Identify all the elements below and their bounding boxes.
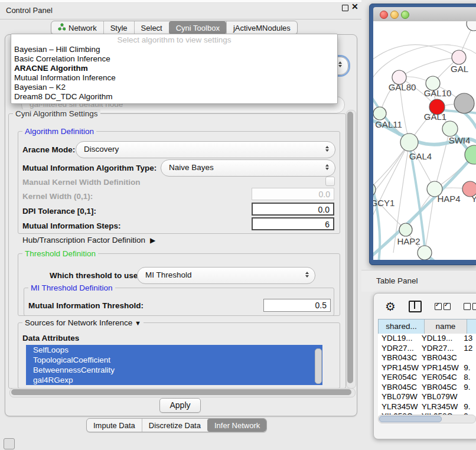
algorithm-option-aracne-algorithm[interactable]: ARACNE Algorithm [11, 64, 337, 73]
cell: YER054C [378, 373, 422, 383]
algorithm-option-bayesian-k2[interactable]: Bayesian – K2 [11, 83, 337, 92]
list-scrollbar-thumb[interactable] [315, 348, 322, 384]
close-traffic-light-icon[interactable] [380, 11, 388, 19]
horizontal-scrollbar-thumb[interactable] [11, 389, 351, 395]
table-row[interactable]: YBR045CYBR045C9. [378, 383, 476, 393]
select-all-columns-icon[interactable] [435, 303, 451, 310]
minimize-traffic-light-icon[interactable] [390, 11, 399, 19]
table-row[interactable]: YDL19...YDL19...13 [378, 334, 476, 344]
table-row[interactable]: YER054CYER054C8. [378, 373, 476, 383]
attribute-item-selfloops[interactable]: SelfLoops [26, 345, 322, 355]
close-icon[interactable]: ✕ [351, 2, 358, 11]
control-panel-tabs: NetworkStyleSelectCyni ToolboxjActiveMNo… [51, 21, 298, 35]
algorithm-option-bayesian-hill-climbing[interactable]: Bayesian – Hill Climbing [11, 45, 337, 54]
tab-cyni-toolbox[interactable]: Cyni Toolbox [169, 21, 226, 34]
cell: YLR345W [378, 402, 422, 412]
attribute-item-betweennesscentrality[interactable]: BetweennessCentrality [26, 365, 322, 375]
mi-steps-label: Mutual Information Steps: [22, 221, 121, 230]
mi-threshold-field[interactable]: 0.5 [263, 299, 331, 312]
cell: YPR145W [422, 363, 462, 373]
network-node[interactable] [418, 246, 432, 260]
table-body[interactable]: YDL19...YDL19...13YDR27...YDR27...12YBR0… [378, 334, 476, 416]
network-node-hap2[interactable] [399, 223, 412, 236]
threshold-definition-title: Threshold Definition [22, 249, 98, 258]
kernel-width-label: Kernel Width (0,1): [22, 192, 93, 201]
aracne-mode-value: Discovery [84, 145, 119, 154]
unselect-all-columns-icon[interactable] [464, 303, 476, 310]
network-node-gal[interactable] [452, 50, 466, 64]
tab-jactivemnodules[interactable]: jActiveMNodules [226, 21, 297, 34]
aracne-mode-combo[interactable]: Discovery [76, 141, 335, 158]
algorithm-dropdown-popup: Select algorithm to view settings Bayesi… [11, 34, 338, 104]
tab-impute-data[interactable]: Impute Data [87, 419, 142, 432]
cell: YBR045C [378, 383, 422, 393]
network-edge [399, 57, 459, 77]
tab-discretize-data[interactable]: Discretize Data [142, 419, 207, 432]
sources-title[interactable]: Sources for Network Inference ▼ [22, 318, 144, 327]
dpi-tolerance-field[interactable]: 0.0 [252, 203, 334, 216]
zoom-traffic-light-icon[interactable] [401, 11, 409, 19]
table-row[interactable]: YDR27...YDR27...12 [378, 344, 476, 354]
cell: YBR045C [422, 383, 462, 393]
tab-style[interactable]: Style [103, 21, 134, 34]
node-label-gal4: GAL4 [409, 151, 432, 161]
which-threshold-label: Which threshold to use: [50, 271, 141, 280]
node-label-gal10: GAL10 [424, 88, 452, 98]
algorithm-option-basic-correlation-inference[interactable]: Basic Correlation Inference [11, 54, 337, 64]
tab-infer-network[interactable]: Infer Network [207, 419, 266, 432]
attribute-item-gal4rgexp[interactable]: gal4RGexp [26, 375, 322, 385]
tab-label: Network [69, 24, 97, 32]
table-row[interactable]: YPR145WYPR145W9. [378, 363, 476, 373]
hub-definition-expander[interactable]: Hub/Transcription Factor Definition▶ [22, 236, 155, 244]
network-graph[interactable]: GALGAL80GAL10GAL1GAL11SWI4GAL4GCY1HAP4YH… [373, 21, 476, 260]
gear-icon[interactable]: ⚙ [385, 301, 396, 312]
table-row[interactable]: YBL079WYBL079W [378, 392, 476, 402]
cell: YPR145W [378, 363, 422, 373]
column-header-name[interactable]: name [425, 319, 467, 334]
apply-button[interactable]: Apply [159, 398, 201, 413]
expander-arrow-icon: ▶ [150, 236, 155, 244]
control-panel-titlebar: Control Panel [0, 3, 361, 19]
vertical-scrollbar-thumb[interactable] [347, 112, 353, 383]
network-node-gal11[interactable] [373, 107, 386, 120]
popup-placeholder: Select algorithm to view settings [11, 35, 337, 45]
tab-select[interactable]: Select [134, 21, 169, 34]
tab-label: jActiveMNodules [233, 24, 291, 32]
node-label-gal11: GAL11 [375, 119, 402, 129]
cell: YDL19... [422, 334, 462, 344]
network-view-canvas[interactable]: GALGAL80GAL10GAL1GAL11SWI4GAL4GCY1HAP4YH… [373, 21, 476, 260]
split-columns-icon[interactable] [409, 301, 422, 312]
mi-type-combo[interactable]: Naive Bayes [161, 159, 335, 177]
manual-kernel-label: Manual Kernel Width Definition [22, 178, 140, 187]
network-node-swi4[interactable] [442, 121, 458, 136]
cyni-settings-title: Cyni Algorithm Settings [13, 109, 100, 118]
cell: YDL19... [378, 334, 422, 344]
kernel-width-field[interactable]: 0.0 [252, 188, 334, 200]
table-row[interactable]: YLR345WYLR345W9. [378, 402, 476, 412]
column-header-shared-[interactable]: shared... [379, 319, 425, 334]
network-edge-highlighted [463, 257, 476, 260]
network-node[interactable] [454, 93, 474, 113]
mi-steps-field[interactable]: 6 [252, 217, 334, 230]
column-header-a[interactable]: A [467, 319, 476, 334]
cell [461, 392, 476, 402]
network-window-titlebar[interactable] [373, 7, 476, 22]
table-hscrollbar-thumb[interactable] [379, 416, 442, 422]
table-row[interactable]: YBR043CYBR043C [378, 353, 476, 363]
minimized-panel-icon[interactable] [4, 438, 15, 449]
attribute-item-topologicalcoefficient[interactable]: TopologicalCoefficient [26, 355, 322, 365]
cell: YDR27... [378, 344, 422, 354]
cell [461, 353, 476, 363]
network-edge [373, 142, 409, 198]
network-node-gal4[interactable] [400, 133, 418, 151]
algorithm-option-mutual-information-inference[interactable]: Mutual Information Inference [11, 73, 337, 83]
float-window-icon[interactable] [342, 5, 348, 11]
network-node[interactable] [467, 21, 476, 31]
cyni-bottom-tabs: Impute DataDiscretize DataInfer Network [86, 418, 267, 432]
network-edge [373, 45, 459, 63]
which-threshold-combo[interactable]: MI Threshold [137, 267, 315, 284]
manual-kernel-checkbox[interactable] [325, 177, 335, 186]
algorithm-option-dream8-dc-tdc-algorithm[interactable]: Dream8 DC_TDC Algorithm [11, 92, 337, 102]
data-attributes-list[interactable]: SelfLoopsTopologicalCoefficientBetweenne… [26, 345, 322, 387]
tab-network[interactable]: Network [51, 21, 103, 34]
